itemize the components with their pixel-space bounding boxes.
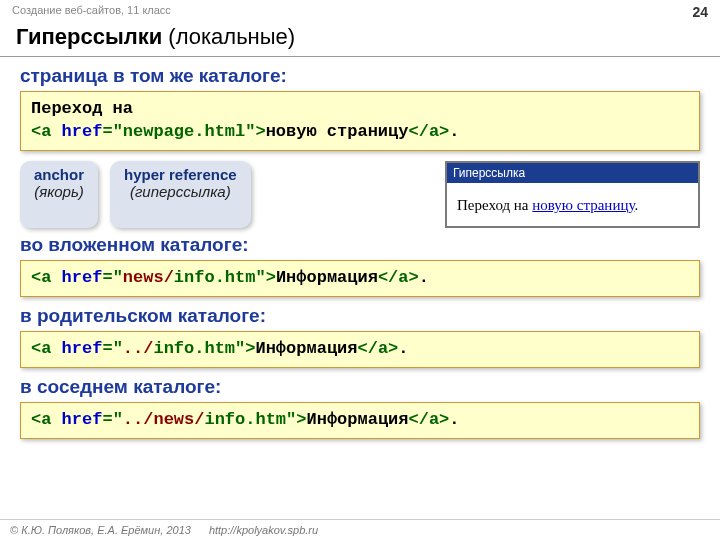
gt: > [266, 268, 276, 287]
dot: . [449, 410, 459, 429]
link-text: Информация [255, 339, 357, 358]
tag-close: </a> [409, 410, 450, 429]
gt: > [255, 122, 265, 141]
gt: > [296, 410, 306, 429]
file: info.htm [153, 339, 235, 358]
q: " [113, 410, 123, 429]
header-bar: Создание веб-сайтов, 11 класс 24 [0, 0, 720, 22]
q: " [235, 339, 245, 358]
file: info.htm [204, 410, 286, 429]
tag-open: <a [31, 268, 51, 287]
preview-suffix: . [634, 197, 638, 213]
q: " [286, 410, 296, 429]
footer-url: http://kpolyakov.spb.ru [209, 524, 318, 536]
code-nested: <a href="news/info.htm">Информация</a>. [20, 260, 700, 297]
preview-titlebar: Гиперссылка [447, 163, 698, 183]
q: " [113, 268, 123, 287]
page-number: 24 [692, 4, 708, 20]
pill-anchor-ru: (якорь) [34, 183, 84, 200]
tag-close: </a> [378, 268, 419, 287]
eq: = [102, 339, 112, 358]
section-sibling: в соседнем каталоге: [20, 376, 700, 398]
dot: . [449, 122, 459, 141]
attr-name: href [62, 410, 103, 429]
pill-anchor-en: anchor [34, 166, 84, 183]
eq: = [102, 122, 112, 141]
gt: > [245, 339, 255, 358]
title-rest: (локальные) [162, 24, 295, 49]
link-text: новую страницу [266, 122, 409, 141]
path: ../ [123, 339, 154, 358]
tag-close: </a> [358, 339, 399, 358]
tag-open: <a [31, 410, 51, 429]
tag-open: <a [31, 339, 51, 358]
dot: . [419, 268, 429, 287]
preview-prefix: Переход на [457, 197, 532, 213]
code-text: Переход на [31, 99, 133, 118]
tag-close: </a> [408, 122, 449, 141]
code-parent: <a href="../info.htm">Информация</a>. [20, 331, 700, 368]
section-parent: в родительском каталоге: [20, 305, 700, 327]
pill-href-ru: (гиперссылка) [124, 183, 237, 200]
pill-href-en: hyper reference [124, 166, 237, 183]
q: " [255, 268, 265, 287]
preview-link[interactable]: новую страницу [532, 197, 634, 213]
path: ../news/ [123, 410, 205, 429]
code-same-dir: Переход на <a href="newpage.html">новую … [20, 91, 700, 151]
eq: = [102, 268, 112, 287]
slide-title: Гиперссылки (локальные) [0, 22, 720, 57]
row-pills-preview: anchor (якорь) hyper reference (гиперссы… [20, 161, 700, 228]
attr-val: "newpage.html" [113, 122, 256, 141]
dot: . [398, 339, 408, 358]
tag-open: <a [31, 122, 51, 141]
attr-name: href [62, 122, 103, 141]
attr-name: href [62, 268, 103, 287]
attr-name: href [62, 339, 103, 358]
eq: = [102, 410, 112, 429]
footer-copyright: © К.Ю. Поляков, Е.А. Ерёмин, 2013 [10, 524, 191, 536]
course-title: Создание веб-сайтов, 11 класс [12, 4, 171, 20]
code-sibling: <a href="../news/info.htm">Информация</a… [20, 402, 700, 439]
preview-body: Переход на новую страницу. [447, 183, 698, 226]
title-bold: Гиперссылки [16, 24, 162, 49]
preview-window: Гиперссылка Переход на новую страницу. [445, 161, 700, 228]
pill-href: hyper reference (гиперссылка) [110, 161, 251, 228]
footer: © К.Ю. Поляков, Е.А. Ерёмин, 2013 http:/… [0, 519, 720, 540]
section-nested: во вложенном каталоге: [20, 234, 700, 256]
path: news/ [123, 268, 174, 287]
pill-anchor: anchor (якорь) [20, 161, 98, 228]
section-same-dir: страница в том же каталоге: [20, 65, 700, 87]
link-text: Информация [306, 410, 408, 429]
link-text: Информация [276, 268, 378, 287]
q: " [113, 339, 123, 358]
file: info.htm [174, 268, 256, 287]
